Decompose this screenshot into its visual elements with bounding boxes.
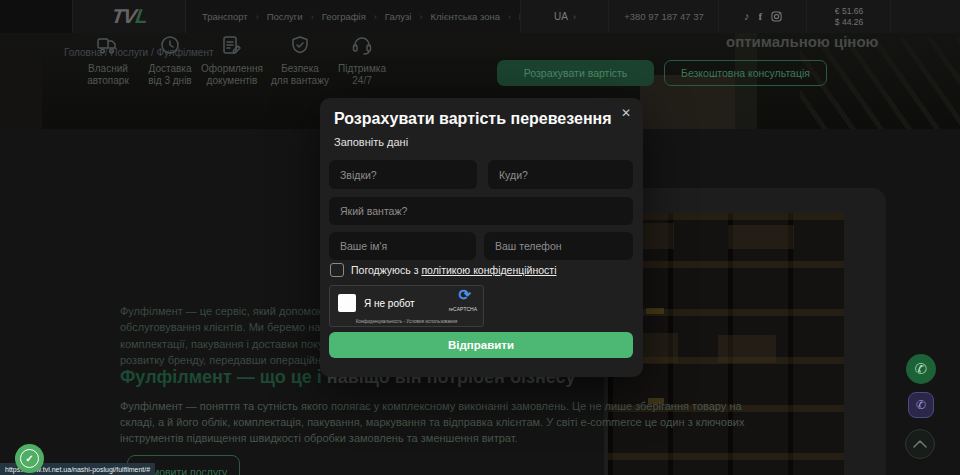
recaptcha-checkbox[interactable]	[338, 294, 356, 312]
feature-label: Підтримка	[327, 63, 397, 75]
nav-item-transport[interactable]: Транспорт	[202, 11, 248, 22]
chevron-down-icon: ›	[573, 12, 576, 22]
modal-title: Розрахувати вартість перевезення	[334, 110, 612, 128]
feature-label: від 3 днів	[135, 75, 205, 87]
chevron-right-icon: ›	[419, 12, 422, 22]
hero-decor-left	[0, 55, 42, 129]
chevron-right-icon: ›	[256, 12, 259, 22]
instagram-icon[interactable]	[771, 11, 782, 22]
viber-button[interactable]: ✆	[908, 392, 934, 418]
page: TVL Транспорт › Послуги › Географія › Га…	[0, 0, 960, 475]
consent-checkbox[interactable]	[330, 263, 344, 277]
whatsapp-button[interactable]: ✆	[906, 354, 936, 384]
document-pen-icon	[220, 35, 244, 57]
recaptcha-label: Я не робот	[364, 298, 415, 309]
chevron-right-icon: ›	[374, 12, 377, 22]
privacy-policy-link[interactable]: політикою конфіденційності	[421, 264, 556, 276]
recaptcha-brand: reCAPTCHA	[449, 306, 477, 312]
consent-row: Погоджуюсь з політикою конфіденційності	[330, 263, 556, 277]
warehouse-photo-card	[604, 188, 886, 475]
nav-item-industries[interactable]: Галузі	[385, 11, 412, 22]
check-icon: ✓	[20, 449, 39, 468]
recaptcha-widget: Я не робот ⟳ reCAPTCHA Конфиденциальност…	[329, 285, 484, 327]
body-paragraph-line: Фулфілмент — поняття та сутність якого п…	[120, 400, 742, 412]
nav-item-services[interactable]: Послуги	[267, 11, 303, 22]
feature-label: Оформлення	[197, 63, 267, 75]
callback-widget-button[interactable]: ✓	[15, 444, 44, 473]
scroll-to-top-button[interactable]	[905, 429, 935, 459]
phone-number[interactable]: +380 97 187 47 37	[608, 0, 719, 33]
feature-label: 24/7	[327, 75, 397, 87]
top-bar: TVL Транспорт › Послуги › Географія › Га…	[0, 0, 960, 33]
warehouse-photo	[608, 213, 844, 475]
to-input[interactable]	[488, 160, 633, 189]
nav-item-geography[interactable]: Географія	[322, 11, 366, 22]
section-heading-green: Фулфілмент — що це і	[120, 367, 327, 387]
name-input[interactable]	[329, 232, 476, 260]
chevron-right-icon: ›	[311, 12, 314, 22]
tiktok-icon[interactable]: ♪	[744, 11, 750, 22]
usd-rate: $ 44.26	[835, 17, 863, 28]
eur-rate: € 51.66	[835, 6, 863, 17]
from-input[interactable]	[329, 160, 477, 189]
feature-delivery-time: Доставкавід 3 днів	[135, 35, 205, 87]
breadcrumb[interactable]: Головна / Послуги / Фулфілмент	[64, 47, 214, 58]
free-consultation-button[interactable]: Безкоштовна консультація	[664, 60, 827, 86]
feature-label: Безпека	[265, 63, 335, 75]
body-paragraph-line: складі, а й його облік, комплектація, па…	[120, 416, 744, 428]
recaptcha-logo-icon: ⟳	[458, 286, 471, 304]
currency-rates: € 51.66 $ 44.26	[806, 0, 891, 33]
language-switcher[interactable]: UA ›	[520, 0, 609, 33]
calculate-cost-button[interactable]: Розрахувати вартість	[497, 60, 654, 86]
feature-support: Підтримка24/7	[327, 35, 397, 87]
calculate-cost-label: Розрахувати вартість	[524, 67, 628, 79]
recaptcha-legal-links[interactable]: Конфиденциальность - Условия использован…	[330, 319, 483, 324]
feature-label: документів	[197, 75, 267, 87]
feature-label: Доставка	[135, 63, 205, 75]
consent-text: Погоджуюсь з	[351, 264, 418, 276]
language-label: UA	[554, 11, 568, 22]
feature-cargo-safety: Безпекадля вантажу	[265, 35, 335, 87]
logo-text-tv: TV	[110, 5, 137, 27]
cargo-input[interactable]	[329, 197, 633, 225]
header-left-filler	[0, 0, 72, 33]
chevron-up-icon	[913, 440, 927, 448]
feature-documents: Оформленнядокументів	[197, 35, 267, 87]
body-paragraph-line: інструментів підвищення швидкості обробк…	[120, 432, 518, 444]
header-right-filler	[890, 0, 960, 33]
feature-own-fleet: Власнийавтопарк	[73, 35, 143, 87]
headset-icon	[350, 35, 374, 57]
submit-button[interactable]: Відправити	[329, 332, 633, 358]
phone-label: +380 97 187 47 37	[624, 11, 704, 22]
close-icon[interactable]: ✕	[621, 106, 631, 120]
whatsapp-icon: ✆	[915, 360, 928, 378]
shield-check-icon	[288, 35, 312, 57]
logo-text-l: L	[134, 5, 148, 27]
feature-label: Власний	[73, 63, 143, 75]
hero-headline-fragment: оптимальною ціною	[726, 33, 878, 50]
free-consultation-label: Безкоштовна консультація	[681, 67, 810, 79]
chevron-right-icon: ›	[508, 12, 511, 22]
nav-item-client-zone[interactable]: Клієнтська зона	[430, 11, 500, 22]
submit-label: Відправити	[448, 339, 514, 351]
social-links: ♪ f	[718, 0, 807, 33]
calculate-cost-modal: Розрахувати вартість перевезення Заповні…	[320, 98, 643, 377]
modal-subtitle: Заповніть дані	[334, 136, 408, 148]
logo[interactable]: TVL	[72, 0, 186, 33]
feature-label: автопарк	[73, 75, 143, 87]
phone-input[interactable]	[484, 232, 633, 260]
facebook-icon[interactable]: f	[758, 11, 762, 22]
viber-icon: ✆	[916, 398, 926, 412]
feature-label: для вантажу	[265, 75, 335, 87]
